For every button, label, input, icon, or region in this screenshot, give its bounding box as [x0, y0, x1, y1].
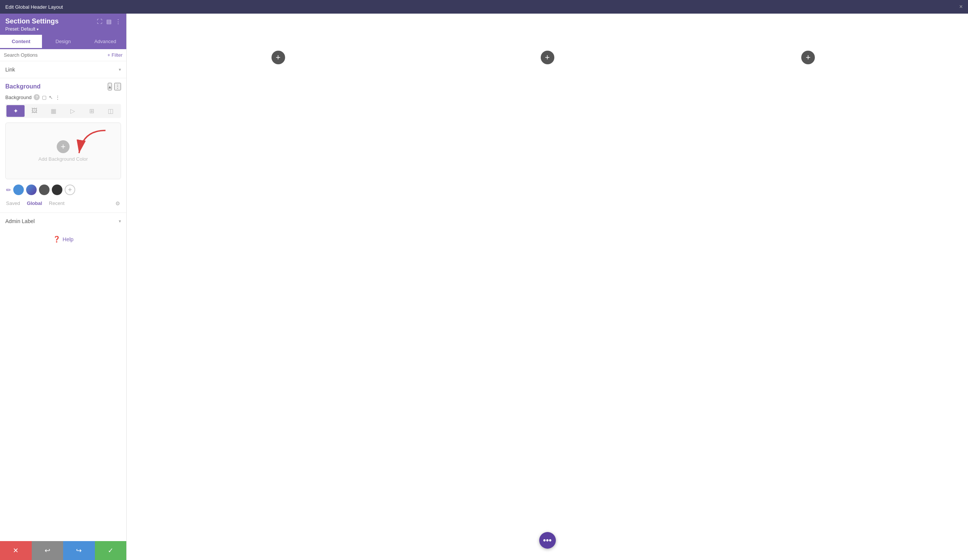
sidebar-footer: ✕ ↩ ↪ ✓ [0, 541, 126, 560]
background-section-header: Background ▴ ⋮ [5, 83, 121, 90]
background-title: Background [5, 83, 40, 90]
bg-type-pattern[interactable]: ⊞ [83, 105, 101, 117]
tabs: Content Design Advanced [0, 35, 126, 49]
collapse-icon[interactable]: ▴ [108, 83, 112, 90]
add-column-button-3[interactable]: + [801, 51, 815, 64]
tab-content[interactable]: Content [0, 35, 42, 49]
bg-type-color[interactable]: ✦ [7, 105, 25, 117]
cancel-button[interactable]: ✕ [0, 541, 32, 560]
swatch-blue[interactable] [13, 184, 24, 195]
bg-label-row: Background ? ▢ ↖ ⋮ [5, 94, 121, 100]
background-controls: ▴ ⋮ [108, 83, 121, 90]
section-settings-title: Section Settings [5, 17, 59, 25]
save-button[interactable]: ✓ [95, 541, 127, 560]
search-input[interactable] [4, 52, 104, 58]
swatch-indigo[interactable] [26, 184, 36, 195]
sidebar-header: Section Settings ⛶ ▤ ⋮ Preset: Default ▾ [0, 13, 126, 35]
bg-type-video[interactable]: ▷ [63, 105, 82, 117]
color-tab-saved[interactable]: Saved [6, 200, 20, 207]
admin-label-section[interactable]: Admin Label ▾ [0, 212, 126, 230]
link-label: Link [5, 66, 15, 73]
undo-button[interactable]: ↩ [32, 541, 63, 560]
help-icon: ❓ [53, 235, 61, 243]
search-bar: + Filter [0, 49, 126, 61]
bg-type-tabs: ✦ 🖼 ▦ ▷ ⊞ ◫ [5, 104, 121, 118]
top-bar: Edit Global Header Layout × [0, 0, 968, 13]
preset-arrow-icon: ▾ [36, 27, 38, 31]
link-section: Link ▾ [0, 61, 126, 78]
tab-advanced[interactable]: Advanced [85, 35, 126, 49]
top-bar-title: Edit Global Header Layout [5, 4, 63, 10]
color-settings-icon[interactable]: ⚙ [115, 200, 120, 207]
add-bg-color-label: Add Background Color [38, 156, 88, 162]
bg-type-gradient[interactable]: ▦ [45, 105, 63, 117]
more-options-icon[interactable]: ⋮ [115, 18, 121, 25]
sidebar-header-top: Section Settings ⛶ ▤ ⋮ [5, 17, 121, 25]
fullscreen-icon[interactable]: ⛶ [97, 18, 103, 25]
swatch-dark-gray[interactable] [39, 184, 50, 195]
add-column-button-1[interactable]: + [272, 51, 285, 64]
bg-help-icon[interactable]: ? [34, 94, 40, 100]
color-swatches: ✏ + [5, 184, 121, 195]
pencil-icon[interactable]: ✏ [6, 186, 11, 194]
link-chevron-icon: ▾ [119, 67, 121, 72]
filter-button[interactable]: + Filter [108, 52, 123, 58]
bg-desktop-icon[interactable]: ▢ [42, 94, 46, 100]
sidebar: Section Settings ⛶ ▤ ⋮ Preset: Default ▾… [0, 13, 127, 560]
bg-type-image[interactable]: 🖼 [25, 105, 43, 117]
swatch-black[interactable] [52, 184, 62, 195]
admin-chevron-icon: ▾ [119, 219, 121, 224]
help-row[interactable]: ❓ Help [0, 230, 126, 249]
preset-label[interactable]: Preset: Default ▾ [5, 27, 121, 32]
redo-button[interactable]: ↪ [63, 541, 95, 560]
bg-field-label: Background [5, 94, 31, 100]
admin-label-text: Admin Label [5, 218, 35, 224]
add-column-button-2[interactable]: + [541, 51, 554, 64]
bg-cursor-icon[interactable]: ↖ [49, 94, 53, 100]
bg-type-map[interactable]: ◫ [102, 105, 120, 117]
add-bg-color-button[interactable]: + [57, 140, 70, 153]
columns-icon[interactable]: ▤ [106, 18, 111, 25]
add-bg-color-area: + Add Background Color [5, 123, 121, 179]
bg-dots-icon[interactable]: ⋮ [55, 94, 60, 100]
tab-design[interactable]: Design [42, 35, 84, 49]
help-label: Help [63, 236, 74, 242]
color-tab-global[interactable]: Global [27, 200, 42, 207]
link-row[interactable]: Link ▾ [0, 61, 126, 78]
fab-more-button[interactable]: ••• [539, 532, 556, 548]
close-button[interactable]: × [959, 3, 963, 10]
background-section: Background ▴ ⋮ Background ? ▢ ↖ ⋮ ✦ 🖼 ▦ … [0, 78, 126, 212]
color-tabs: Saved Global Recent ⚙ [5, 199, 121, 208]
header-icons: ⛶ ▤ ⋮ [97, 18, 121, 25]
swatch-add-button[interactable]: + [65, 184, 75, 195]
main-layout: Section Settings ⛶ ▤ ⋮ Preset: Default ▾… [0, 13, 968, 560]
color-tab-recent[interactable]: Recent [49, 200, 64, 207]
canvas: + + + ••• [127, 13, 968, 560]
bg-more-icon[interactable]: ⋮ [114, 83, 121, 90]
